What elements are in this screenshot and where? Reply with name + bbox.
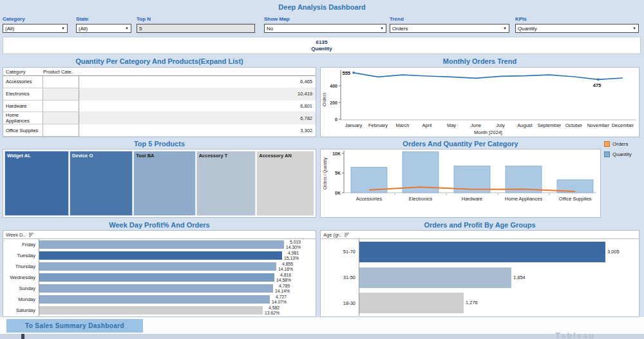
svg-text:0: 0 [335,117,337,122]
trend-dropdown[interactable]: Orders ▼ [390,24,509,33]
weekday-bar[interactable] [39,295,270,304]
quantity-table: Category Product Cate.. Accessories6,465… [3,67,316,137]
weekday-bar[interactable] [39,251,282,260]
orders-quantity-combo-chart[interactable]: 0K5K10KOrders / QuantityAccessoriesElect… [320,149,601,218]
category-cell: Electronics [3,88,43,101]
showmap-dropdown[interactable]: No ▼ [264,24,386,33]
age-label: 51-70 [321,239,359,265]
treemap-box[interactable]: Accessory AN [256,151,314,216]
svg-text:400: 400 [330,84,337,88]
quantity-value: 6,465 [79,76,316,88]
topn-input[interactable] [137,24,255,33]
category-cell: Accessories [3,76,43,88]
table-row[interactable]: Electronics10,419 [3,88,316,101]
sort-icon[interactable] [28,232,35,238]
weekday-bar[interactable] [39,273,274,282]
weekday-value-labels: 4,81614.58% [276,273,291,282]
treemap-box[interactable]: Tool BA [133,151,195,216]
column-header-product-category[interactable]: Product Cate.. [43,69,79,75]
weekday-label: Monday [3,294,39,305]
treemap-label: Accessory AN [259,153,292,159]
legend-item-orders[interactable]: Orders [604,141,641,147]
combo-chart-canvas[interactable]: 0K5K10KOrders / QuantityAccessoriesElect… [321,150,600,217]
svg-text:Hardware: Hardware [462,196,483,202]
weekday-chart: Week D.. Friday5,01914.30%Tuesday4,98115… [3,230,316,317]
legend-swatch [604,141,610,147]
svg-text:Orders / Quantity: Orders / Quantity [323,157,328,189]
kpis-dropdown[interactable]: Quantity ▼ [515,24,639,33]
age-bar[interactable] [359,242,605,262]
kpis-dropdown-value: Quantity [518,26,537,32]
monthly-orders-trend-chart[interactable]: 0200400OrdersJanuaryFebruaryMarchAprilMa… [320,67,639,137]
category-dropdown[interactable]: (All) ▼ [3,24,68,33]
age-bar[interactable] [359,293,464,313]
top-products-title: Top 5 Products [3,140,316,149]
kpi-value: 6135 [3,39,640,46]
quantity-value: 10,419 [79,88,316,101]
table-row[interactable]: Hardware6,801 [3,101,316,113]
category-cell: Hardware [3,101,43,113]
svg-text:June: June [471,122,481,128]
weekday-bar[interactable] [39,306,263,315]
svg-text:0K: 0K [335,191,341,195]
sort-icon[interactable] [344,232,350,238]
weekday-value-labels: 4,98115.13% [284,251,299,260]
product-subcategory-cell [43,112,79,124]
legend-swatch [604,151,610,157]
treemap-box[interactable]: Widget AL [5,151,69,216]
trend-dropdown-value: Orders [392,26,408,32]
table-row[interactable]: Accessories6,465 [3,76,316,88]
svg-text:10K: 10K [332,151,341,156]
age-chart-title: Orders and Profit By Age Groups [320,221,639,230]
age-row: 51-703,005 [321,239,639,265]
dropdown-arrow-icon: ▼ [125,26,129,30]
line-chart-canvas[interactable]: 0200400OrdersJanuaryFebruaryMarchAprilMa… [321,68,639,137]
weekday-bar[interactable] [39,284,273,293]
dropdown-arrow-icon: ▼ [632,26,636,30]
sales-summary-nav-button[interactable]: To Sales Summary Dashboard [6,319,143,333]
treemap-label: Device O [72,153,93,159]
legend-item-quantity[interactable]: Quantity [604,151,641,157]
filter-kpis-label: KPIs [515,16,639,23]
age-bar[interactable] [359,267,511,288]
filter-showmap: Show Map No ▼ [264,16,386,33]
svg-text:Electronics: Electronics [409,196,433,202]
age-value-label: 1,854 [513,275,526,280]
product-subcategory-cell [43,88,79,101]
svg-text:Home Appliances: Home Appliances [505,196,543,202]
svg-text:September: September [538,122,562,128]
weekday-chart-title: Week Day Profit% And Orders [3,221,316,230]
weekday-row: Friday5,01914.30% [3,239,316,250]
table-row[interactable]: Home Appliances6,782 [3,112,316,124]
treemap-label: Widget AL [7,153,31,159]
state-dropdown-value: (All) [79,26,88,32]
weekday-bar[interactable] [39,262,276,271]
weekday-label: Thursday [3,261,39,272]
product-subcategory-cell [43,76,79,88]
filter-topn-label: Top N [137,16,255,23]
cropped-edge-mark [21,334,24,339]
svg-text:December: December [612,122,634,128]
table-row[interactable]: Office Supplies3,302 [3,124,316,137]
svg-text:Orders: Orders [322,92,327,106]
dropdown-arrow-icon: ▼ [61,26,65,30]
treemap-box[interactable]: Device O [70,151,133,216]
age-row: 18-301,276 [321,290,639,316]
state-dropdown[interactable]: (All) ▼ [76,24,131,33]
combo-legend: Orders Quantity [604,141,641,162]
top-products-panel: Widget ALDevice OTool BAAccessory TAcces… [3,149,316,218]
weekday-bar[interactable] [39,240,284,249]
treemap-box[interactable]: Accessory T [196,151,256,216]
filter-state: State (All) ▼ [76,16,131,33]
quantity-value: 3,302 [79,124,316,137]
weekday-label: Wednesday [3,272,39,283]
quantity-table-header: Category Product Cate.. [3,68,316,76]
dropdown-arrow-icon: ▼ [503,26,507,30]
column-header-category[interactable]: Category [3,69,43,75]
filter-trend-label: Trend [390,16,509,23]
kpi-band: 6135 Quantity [3,37,641,54]
treemap-label: Accessory T [199,153,228,159]
product-subcategory-cell [43,101,79,113]
weekday-value-labels: 4,58213.62% [265,305,279,315]
filter-category-label: Category [3,16,68,23]
